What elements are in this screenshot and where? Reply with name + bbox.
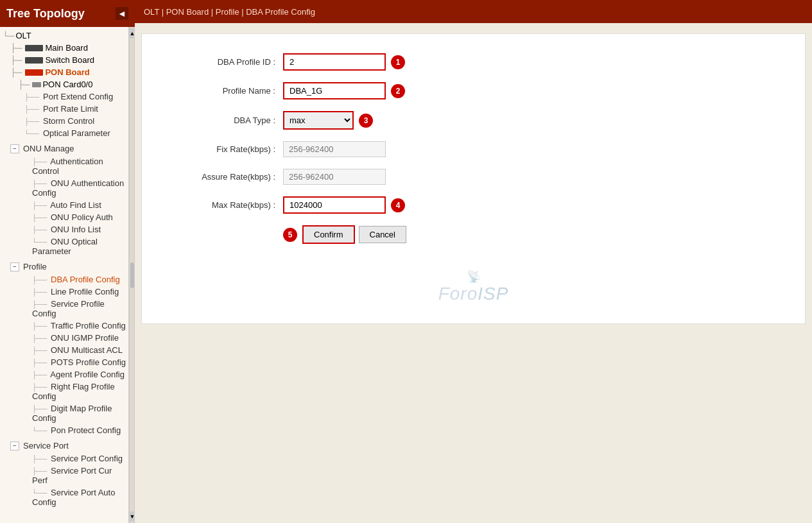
nav-auto-find-list[interactable]: ├── Auto Find List xyxy=(0,199,128,211)
nav-digit-map-profile[interactable]: ├── Digit Map Profile Config xyxy=(0,402,128,424)
nav-right-flag-profile[interactable]: ├── Right Flag Profile Config xyxy=(0,381,128,402)
step-badge-3: 3 xyxy=(359,114,373,128)
nav-onu-igmp-profile[interactable]: ├── ONU IGMP Profile xyxy=(0,332,128,344)
step-badge-2: 2 xyxy=(391,84,405,98)
sidebar-item-switchboard[interactable]: ├─ Switch Board xyxy=(0,54,128,66)
watermark: 📡 ForoISP xyxy=(155,270,792,304)
section-label-service-port: Service Port xyxy=(23,441,69,450)
confirm-button[interactable]: Confirm xyxy=(302,225,355,244)
nav-agent-profile-config[interactable]: ├── Agent Profile Config xyxy=(0,368,128,381)
sidebar-item-poncard[interactable]: ├─ PON Card0/0 xyxy=(0,78,128,90)
sidebar-scrollbar[interactable]: ▲ ▼ xyxy=(129,27,134,523)
nav-pon-protect-config[interactable]: └── Pon Protect Config xyxy=(0,424,128,436)
form-panel: DBA Profile ID : 1 Profile Name : 2 DBA … xyxy=(141,33,806,324)
form-row-profile-name: Profile Name : 2 xyxy=(155,82,792,99)
step-badge-4: 4 xyxy=(391,198,405,212)
scroll-down-button[interactable]: ▼ xyxy=(130,511,135,522)
expand-icon-profile[interactable]: − xyxy=(10,262,19,271)
scroll-thumb[interactable] xyxy=(130,262,134,288)
input-fix-rate[interactable] xyxy=(283,141,386,157)
label-fix-rate: Fix Rate(kbps) : xyxy=(155,144,283,154)
nav-service-port-config[interactable]: ├── Service Port Config xyxy=(0,452,128,465)
tree-line: ├─ xyxy=(10,43,22,53)
nav-onu-optical-param[interactable]: └── ONU Optical Parameter xyxy=(0,236,128,257)
sidebar-item-olt[interactable]: └─ OLT xyxy=(0,30,128,42)
mainboard-label: Main Board xyxy=(45,43,87,53)
nav-port-rate-limit[interactable]: ├── Port Rate Limit xyxy=(0,103,128,115)
step-badge-1: 1 xyxy=(391,55,405,69)
tree-line: ├─ xyxy=(18,80,30,89)
nav-storm-control[interactable]: ├── Storm Control xyxy=(0,115,128,127)
switchboard-label: Switch Board xyxy=(45,55,94,65)
sidebar-item-mainboard[interactable]: ├─ Main Board xyxy=(0,42,128,54)
nav-onu-policy-auth[interactable]: ├── ONU Policy Auth xyxy=(0,211,128,223)
sidebar-title: Tree Topology xyxy=(6,7,116,21)
form-row-buttons: 5 Confirm Cancel xyxy=(155,225,792,244)
input-assure-rate[interactable] xyxy=(283,169,386,185)
breadcrumb: OLT | PON Board | Profile | DBA Profile … xyxy=(135,0,812,23)
label-dba-id: DBA Profile ID : xyxy=(155,57,283,67)
nav-optical-parameter[interactable]: └── Optical Parameter xyxy=(0,127,128,139)
nav-port-extend-config[interactable]: ├── Port Extend Config xyxy=(0,90,128,103)
label-dba-type: DBA Type : xyxy=(155,116,283,125)
cancel-button[interactable]: Cancel xyxy=(359,226,406,243)
expand-icon[interactable]: − xyxy=(10,144,19,153)
nav-authentication-control[interactable]: ├── Authentication Control xyxy=(0,155,128,177)
label-assure-rate: Assure Rate(kbps) : xyxy=(155,172,283,182)
nav-service-port-auto-config[interactable]: └── Service Port Auto Config xyxy=(0,486,128,508)
form-row-dba-id: DBA Profile ID : 1 xyxy=(155,53,792,71)
watermark-signal: 📡 xyxy=(155,270,792,284)
select-dba-type[interactable]: max fix assure assure+max fix+assure+max xyxy=(283,111,354,130)
nav-traffic-profile-config[interactable]: ├── Traffic Profile Config xyxy=(0,320,128,332)
collapse-button[interactable]: ◄ xyxy=(116,7,128,20)
form-row-assure-rate: Assure Rate(kbps) : xyxy=(155,169,792,185)
nav-pots-profile-config[interactable]: ├── POTS Profile Config xyxy=(0,356,128,368)
expand-icon-service-port[interactable]: − xyxy=(10,442,19,450)
section-profile[interactable]: − Profile xyxy=(0,260,128,273)
sidebar-header: Tree Topology ◄ xyxy=(0,0,135,27)
board-icon xyxy=(25,45,43,51)
nav-dba-profile-config[interactable]: ├── DBA Profile Config xyxy=(0,273,128,286)
form-row-max-rate: Max Rate(kbps) : 4 xyxy=(155,196,792,214)
board-icon-red xyxy=(25,69,43,76)
section-onu-manage[interactable]: − ONU Manage xyxy=(0,142,128,155)
tree-line: ├─ xyxy=(10,55,22,65)
nav-service-port-cur-perf[interactable]: ├── Service Port Cur Perf xyxy=(0,465,128,486)
poncard-label: PON Card0/0 xyxy=(42,80,92,89)
scroll-up-button[interactable]: ▲ xyxy=(130,28,135,39)
olt-label: OLT xyxy=(15,31,31,40)
sidebar-item-ponboard[interactable]: ├─ PON Board xyxy=(0,66,128,78)
section-label: ONU Manage xyxy=(23,144,74,153)
input-max-rate[interactable] xyxy=(283,196,386,214)
card-icon xyxy=(32,82,41,87)
nav-onu-info-list[interactable]: ├── ONU Info List xyxy=(0,223,128,236)
breadcrumb-text: OLT | PON Board | Profile | DBA Profile … xyxy=(144,7,315,17)
input-profile-name[interactable] xyxy=(283,82,386,99)
board-icon xyxy=(25,57,43,64)
label-profile-name: Profile Name : xyxy=(155,86,283,96)
nav-onu-auth-config[interactable]: ├── ONU Authentication Config xyxy=(0,177,128,199)
nav-line-profile-config[interactable]: ├── Line Profile Config xyxy=(0,286,128,298)
ponboard-label: PON Board xyxy=(45,67,89,77)
watermark-text: ForoISP xyxy=(155,284,792,304)
input-dba-id[interactable] xyxy=(283,53,386,71)
form-row-dba-type: DBA Type : max fix assure assure+max fix… xyxy=(155,111,792,130)
nav-service-profile-config[interactable]: ├── Service Profile Config xyxy=(0,298,128,320)
step-badge-5: 5 xyxy=(283,228,297,242)
tree-line: └─ xyxy=(3,31,14,40)
section-label-profile: Profile xyxy=(23,262,47,271)
tree-line: ├─ xyxy=(10,67,22,77)
form-row-fix-rate: Fix Rate(kbps) : xyxy=(155,141,792,157)
label-max-rate: Max Rate(kbps) : xyxy=(155,200,283,210)
section-service-port[interactable]: − Service Port xyxy=(0,439,128,452)
nav-onu-multicast-acl[interactable]: ├── ONU Multicast ACL xyxy=(0,344,128,356)
